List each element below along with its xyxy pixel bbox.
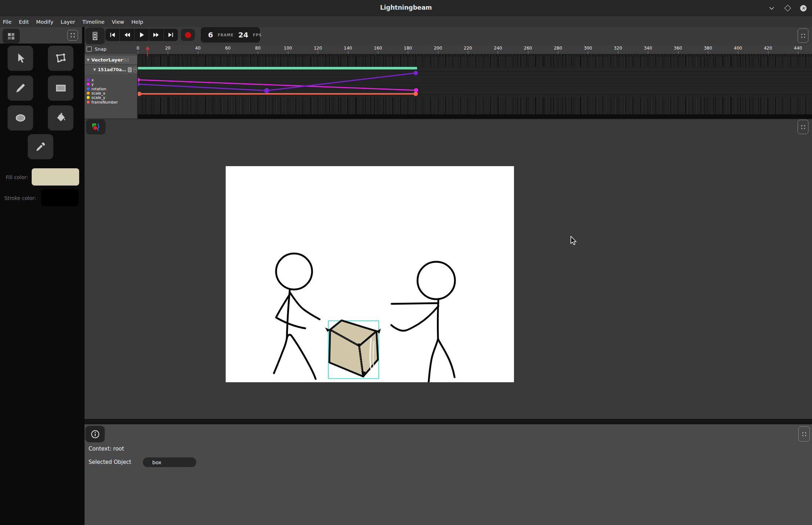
go-to-start-button[interactable] xyxy=(105,29,120,41)
figure2-leg-right[interactable] xyxy=(438,339,455,377)
curve-x-keyframe[interactable] xyxy=(138,82,140,86)
timeline-expand-button[interactable] xyxy=(798,28,808,43)
maximize-diamond-icon[interactable] xyxy=(784,5,791,12)
close-circle-icon[interactable]: ✕ xyxy=(800,5,807,12)
ellipse-icon xyxy=(14,111,27,125)
menu-file[interactable]: File xyxy=(3,19,12,25)
menu-modify[interactable]: Modify xyxy=(36,19,53,25)
info-expand-button[interactable] xyxy=(798,426,810,442)
track-rotation[interactable]: rotation xyxy=(87,87,137,91)
stage[interactable] xyxy=(226,166,514,382)
layer-row-object[interactable]: ▼ 151ad70a… ~ xyxy=(85,65,137,74)
info-panel-button[interactable] xyxy=(85,426,105,442)
sidebar-expand-button[interactable] xyxy=(67,30,78,41)
canvas-expand-button[interactable] xyxy=(798,120,808,134)
minimize-chevron-icon[interactable] xyxy=(768,5,775,12)
figure2-arm-curved[interactable] xyxy=(391,306,438,331)
stroke-color-label: Stroke color: xyxy=(4,195,36,201)
figure1-leg-front[interactable] xyxy=(287,335,316,379)
curve-x-keyframe[interactable] xyxy=(264,88,269,93)
menu-layer[interactable]: Layer xyxy=(60,19,75,25)
ruler-label: 380 xyxy=(704,46,712,51)
layer-suffix: [L] xyxy=(123,58,129,62)
track-name: scale_y xyxy=(91,95,105,100)
ruler-major-tick xyxy=(198,51,198,54)
selected-object-label: Selected Object xyxy=(89,459,131,465)
transform-tool-button[interactable] xyxy=(48,46,73,71)
figure1-arm-back[interactable] xyxy=(276,295,305,328)
curve-x-keyframe[interactable] xyxy=(414,71,418,75)
grid-icon xyxy=(6,32,16,41)
canvas-workspace[interactable] xyxy=(85,135,812,419)
curve-y-keyframe[interactable] xyxy=(138,78,140,82)
selected-object-input[interactable]: box xyxy=(143,457,196,467)
ruler-major-tick xyxy=(648,51,648,54)
layer-panel: ▼ VectorLayer [L] ▼ 151ad70a… ~ xyrotati… xyxy=(85,54,138,119)
rectangle-tool-button[interactable] xyxy=(48,76,73,101)
menu-edit[interactable]: Edit xyxy=(19,19,29,25)
layer-swatch-button[interactable] xyxy=(128,67,131,72)
figure1-head[interactable] xyxy=(276,254,312,289)
ruler-label: 100 xyxy=(284,46,292,51)
panel-grid-button[interactable] xyxy=(3,29,20,44)
figure2-arm-straight[interactable] xyxy=(392,303,438,304)
track-frameNumber[interactable]: frameNumber xyxy=(87,100,137,104)
track-color-dot xyxy=(87,101,90,104)
stroke-color-swatch[interactable] xyxy=(41,189,78,206)
eyedropper-tool-button[interactable] xyxy=(28,134,53,159)
canvas-panel-button[interactable] xyxy=(86,119,105,134)
figure1-arm-front[interactable] xyxy=(290,293,320,319)
expand-icon xyxy=(802,432,807,437)
layer-extent-bar[interactable] xyxy=(138,67,417,69)
fps-label: FPS xyxy=(253,33,262,37)
timeline-ruler[interactable]: Snap 02040608010012014016018020022024026… xyxy=(85,45,812,54)
layer-row-vectorlayer[interactable]: ▼ VectorLayer [L] xyxy=(85,56,137,64)
snap-checkbox[interactable] xyxy=(86,46,92,52)
ruler-major-tick xyxy=(378,51,378,54)
keyframe-curve-area[interactable] xyxy=(138,56,812,119)
pencil-tool-button[interactable] xyxy=(8,76,33,101)
menu-timeline[interactable]: Timeline xyxy=(82,19,105,25)
track-x[interactable]: x xyxy=(87,78,137,82)
paint-bucket-icon xyxy=(54,111,68,125)
figure2-leg-left[interactable] xyxy=(429,339,438,382)
track-scale_y[interactable]: scale_y xyxy=(87,95,137,100)
collapse-triangle-icon[interactable]: ▼ xyxy=(93,68,96,72)
ruler-minor-ticks xyxy=(138,54,812,56)
fast-forward-button[interactable] xyxy=(149,29,163,41)
track-scale_x[interactable]: scale_x xyxy=(87,91,137,95)
play-button[interactable] xyxy=(135,29,149,41)
ruler-major-tick xyxy=(348,51,348,54)
track-y[interactable]: y xyxy=(87,82,137,86)
ruler-major-tick xyxy=(798,51,798,54)
record-button[interactable] xyxy=(181,29,195,41)
rewind-button[interactable] xyxy=(120,29,134,41)
title-bar: Lightningbeam ✕ xyxy=(0,0,812,17)
menu-help[interactable]: Help xyxy=(131,19,143,25)
expand-icon xyxy=(70,32,76,38)
curve-frameNumber-keyframe[interactable] xyxy=(414,92,418,96)
fill-color-label: Fill color: xyxy=(6,174,28,180)
track-color-dot xyxy=(87,92,90,95)
timeline-panel-button[interactable] xyxy=(85,28,105,44)
curve-frameNumber-keyframe[interactable] xyxy=(138,92,141,96)
eyedropper-icon xyxy=(34,140,48,154)
ruler-label: 140 xyxy=(344,46,352,51)
ruler-major-tick xyxy=(558,51,558,54)
ruler-major-tick xyxy=(168,51,168,54)
collapse-triangle-icon[interactable]: ▼ xyxy=(87,58,90,62)
figure2-head[interactable] xyxy=(418,262,455,299)
go-to-end-button[interactable] xyxy=(164,29,178,41)
paint-bucket-tool-button[interactable] xyxy=(48,105,73,131)
ellipse-tool-button[interactable] xyxy=(8,105,33,131)
ruler-label: 120 xyxy=(314,46,322,51)
select-tool-button[interactable] xyxy=(8,46,33,71)
ruler-label: 340 xyxy=(644,46,652,51)
layer-curve-toggle-button[interactable]: ~ xyxy=(134,67,137,72)
fill-color-swatch[interactable] xyxy=(32,168,79,186)
property-track-list: xyrotationscale_xscale_yframeNumber xyxy=(87,78,137,104)
menu-view[interactable]: View xyxy=(112,19,124,25)
curve-y[interactable] xyxy=(138,80,416,90)
playhead[interactable] xyxy=(145,46,150,57)
figure1-leg-back[interactable] xyxy=(274,338,287,373)
